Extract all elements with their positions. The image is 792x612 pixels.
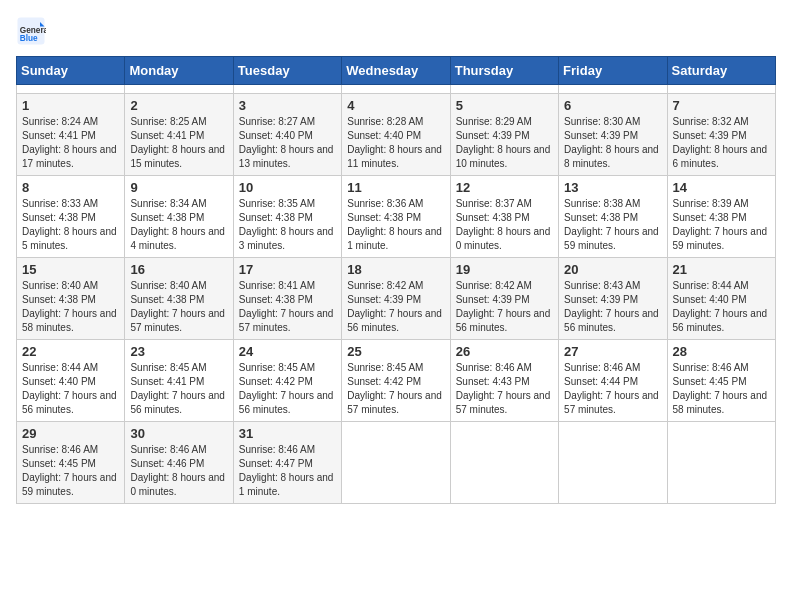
day-info: Sunrise: 8:42 AMSunset: 4:39 PMDaylight:… — [347, 279, 444, 335]
calendar-cell — [342, 422, 450, 504]
calendar-cell: 24Sunrise: 8:45 AMSunset: 4:42 PMDayligh… — [233, 340, 341, 422]
calendar-cell: 4Sunrise: 8:28 AMSunset: 4:40 PMDaylight… — [342, 94, 450, 176]
calendar-cell — [450, 85, 558, 94]
calendar-cell — [233, 85, 341, 94]
day-number: 23 — [130, 344, 227, 359]
calendar-cell — [667, 85, 775, 94]
day-info: Sunrise: 8:34 AMSunset: 4:38 PMDaylight:… — [130, 197, 227, 253]
day-info: Sunrise: 8:28 AMSunset: 4:40 PMDaylight:… — [347, 115, 444, 171]
day-info: Sunrise: 8:41 AMSunset: 4:38 PMDaylight:… — [239, 279, 336, 335]
day-number: 16 — [130, 262, 227, 277]
day-info: Sunrise: 8:46 AMSunset: 4:47 PMDaylight:… — [239, 443, 336, 499]
day-number: 22 — [22, 344, 119, 359]
day-info: Sunrise: 8:45 AMSunset: 4:42 PMDaylight:… — [239, 361, 336, 417]
calendar-week-row: 29Sunrise: 8:46 AMSunset: 4:45 PMDayligh… — [17, 422, 776, 504]
day-number: 31 — [239, 426, 336, 441]
calendar-cell: 16Sunrise: 8:40 AMSunset: 4:38 PMDayligh… — [125, 258, 233, 340]
day-info: Sunrise: 8:25 AMSunset: 4:41 PMDaylight:… — [130, 115, 227, 171]
day-number: 8 — [22, 180, 119, 195]
calendar-cell: 15Sunrise: 8:40 AMSunset: 4:38 PMDayligh… — [17, 258, 125, 340]
day-number: 21 — [673, 262, 770, 277]
day-info: Sunrise: 8:36 AMSunset: 4:38 PMDaylight:… — [347, 197, 444, 253]
day-info: Sunrise: 8:40 AMSunset: 4:38 PMDaylight:… — [130, 279, 227, 335]
logo: General Blue — [16, 16, 50, 46]
day-number: 17 — [239, 262, 336, 277]
calendar-cell — [559, 422, 667, 504]
calendar-cell: 2Sunrise: 8:25 AMSunset: 4:41 PMDaylight… — [125, 94, 233, 176]
day-number: 13 — [564, 180, 661, 195]
day-info: Sunrise: 8:46 AMSunset: 4:45 PMDaylight:… — [22, 443, 119, 499]
day-info: Sunrise: 8:45 AMSunset: 4:41 PMDaylight:… — [130, 361, 227, 417]
day-number: 25 — [347, 344, 444, 359]
calendar-cell: 13Sunrise: 8:38 AMSunset: 4:38 PMDayligh… — [559, 176, 667, 258]
day-of-week-header: Sunday — [17, 57, 125, 85]
day-info: Sunrise: 8:40 AMSunset: 4:38 PMDaylight:… — [22, 279, 119, 335]
calendar-cell: 17Sunrise: 8:41 AMSunset: 4:38 PMDayligh… — [233, 258, 341, 340]
day-info: Sunrise: 8:43 AMSunset: 4:39 PMDaylight:… — [564, 279, 661, 335]
day-info: Sunrise: 8:37 AMSunset: 4:38 PMDaylight:… — [456, 197, 553, 253]
day-info: Sunrise: 8:42 AMSunset: 4:39 PMDaylight:… — [456, 279, 553, 335]
day-info: Sunrise: 8:38 AMSunset: 4:38 PMDaylight:… — [564, 197, 661, 253]
day-info: Sunrise: 8:30 AMSunset: 4:39 PMDaylight:… — [564, 115, 661, 171]
day-info: Sunrise: 8:44 AMSunset: 4:40 PMDaylight:… — [22, 361, 119, 417]
day-number: 9 — [130, 180, 227, 195]
day-info: Sunrise: 8:27 AMSunset: 4:40 PMDaylight:… — [239, 115, 336, 171]
day-info: Sunrise: 8:46 AMSunset: 4:43 PMDaylight:… — [456, 361, 553, 417]
day-number: 30 — [130, 426, 227, 441]
calendar-cell: 23Sunrise: 8:45 AMSunset: 4:41 PMDayligh… — [125, 340, 233, 422]
calendar-cell: 10Sunrise: 8:35 AMSunset: 4:38 PMDayligh… — [233, 176, 341, 258]
calendar-cell: 3Sunrise: 8:27 AMSunset: 4:40 PMDaylight… — [233, 94, 341, 176]
day-info: Sunrise: 8:24 AMSunset: 4:41 PMDaylight:… — [22, 115, 119, 171]
day-info: Sunrise: 8:46 AMSunset: 4:45 PMDaylight:… — [673, 361, 770, 417]
calendar-cell: 26Sunrise: 8:46 AMSunset: 4:43 PMDayligh… — [450, 340, 558, 422]
day-info: Sunrise: 8:33 AMSunset: 4:38 PMDaylight:… — [22, 197, 119, 253]
day-number: 28 — [673, 344, 770, 359]
day-of-week-header: Thursday — [450, 57, 558, 85]
day-info: Sunrise: 8:44 AMSunset: 4:40 PMDaylight:… — [673, 279, 770, 335]
calendar-body: 1Sunrise: 8:24 AMSunset: 4:41 PMDaylight… — [17, 85, 776, 504]
calendar-week-row — [17, 85, 776, 94]
calendar-cell: 1Sunrise: 8:24 AMSunset: 4:41 PMDaylight… — [17, 94, 125, 176]
day-number: 19 — [456, 262, 553, 277]
day-info: Sunrise: 8:39 AMSunset: 4:38 PMDaylight:… — [673, 197, 770, 253]
day-number: 6 — [564, 98, 661, 113]
day-number: 5 — [456, 98, 553, 113]
calendar-cell — [559, 85, 667, 94]
calendar-cell: 25Sunrise: 8:45 AMSunset: 4:42 PMDayligh… — [342, 340, 450, 422]
calendar-week-row: 22Sunrise: 8:44 AMSunset: 4:40 PMDayligh… — [17, 340, 776, 422]
calendar-cell: 22Sunrise: 8:44 AMSunset: 4:40 PMDayligh… — [17, 340, 125, 422]
calendar-cell — [667, 422, 775, 504]
calendar-week-row: 1Sunrise: 8:24 AMSunset: 4:41 PMDaylight… — [17, 94, 776, 176]
calendar-week-row: 8Sunrise: 8:33 AMSunset: 4:38 PMDaylight… — [17, 176, 776, 258]
calendar-cell: 18Sunrise: 8:42 AMSunset: 4:39 PMDayligh… — [342, 258, 450, 340]
calendar-cell: 30Sunrise: 8:46 AMSunset: 4:46 PMDayligh… — [125, 422, 233, 504]
calendar-cell: 19Sunrise: 8:42 AMSunset: 4:39 PMDayligh… — [450, 258, 558, 340]
calendar-cell: 12Sunrise: 8:37 AMSunset: 4:38 PMDayligh… — [450, 176, 558, 258]
calendar-cell: 5Sunrise: 8:29 AMSunset: 4:39 PMDaylight… — [450, 94, 558, 176]
day-of-week-header: Friday — [559, 57, 667, 85]
day-info: Sunrise: 8:29 AMSunset: 4:39 PMDaylight:… — [456, 115, 553, 171]
calendar-week-row: 15Sunrise: 8:40 AMSunset: 4:38 PMDayligh… — [17, 258, 776, 340]
calendar-cell: 9Sunrise: 8:34 AMSunset: 4:38 PMDaylight… — [125, 176, 233, 258]
calendar-cell: 20Sunrise: 8:43 AMSunset: 4:39 PMDayligh… — [559, 258, 667, 340]
day-number: 2 — [130, 98, 227, 113]
calendar-cell: 6Sunrise: 8:30 AMSunset: 4:39 PMDaylight… — [559, 94, 667, 176]
day-number: 18 — [347, 262, 444, 277]
calendar-cell: 27Sunrise: 8:46 AMSunset: 4:44 PMDayligh… — [559, 340, 667, 422]
calendar-table: SundayMondayTuesdayWednesdayThursdayFrid… — [16, 56, 776, 504]
day-number: 11 — [347, 180, 444, 195]
calendar-cell — [17, 85, 125, 94]
day-number: 24 — [239, 344, 336, 359]
day-number: 10 — [239, 180, 336, 195]
calendar-cell: 29Sunrise: 8:46 AMSunset: 4:45 PMDayligh… — [17, 422, 125, 504]
day-number: 14 — [673, 180, 770, 195]
calendar-cell: 7Sunrise: 8:32 AMSunset: 4:39 PMDaylight… — [667, 94, 775, 176]
calendar-cell — [450, 422, 558, 504]
day-of-week-header: Saturday — [667, 57, 775, 85]
day-of-week-header: Monday — [125, 57, 233, 85]
day-info: Sunrise: 8:35 AMSunset: 4:38 PMDaylight:… — [239, 197, 336, 253]
calendar-cell: 28Sunrise: 8:46 AMSunset: 4:45 PMDayligh… — [667, 340, 775, 422]
calendar-header-row: SundayMondayTuesdayWednesdayThursdayFrid… — [17, 57, 776, 85]
calendar-cell: 8Sunrise: 8:33 AMSunset: 4:38 PMDaylight… — [17, 176, 125, 258]
day-of-week-header: Wednesday — [342, 57, 450, 85]
